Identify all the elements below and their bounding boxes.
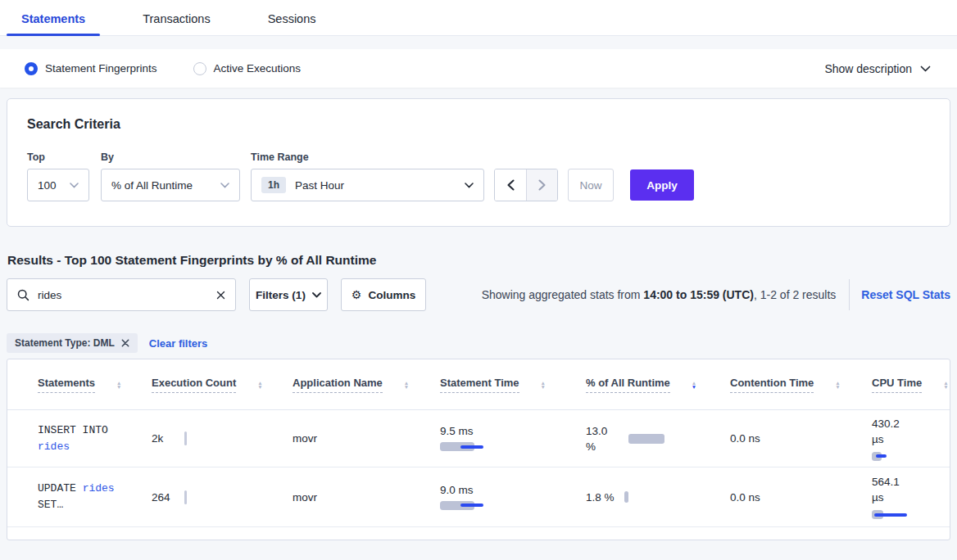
sort-icon[interactable]: ▲▼ [835,381,840,389]
clear-filters-link[interactable]: Clear filters [149,337,208,350]
cpu-time-cell: 564.1 µs [872,474,950,520]
column-header-label: Execution Count [152,377,236,393]
column-header-label: % of All Runtime [586,377,670,393]
top-select[interactable]: 100 [27,169,89,201]
column-header-label: CPU Time [872,377,922,393]
search-input[interactable] [38,289,216,301]
radio-selected-icon [25,62,38,75]
column-header--of-all-runtime[interactable]: % of All Runtime▲▼ [586,377,730,393]
filters-label: Filters (1) [256,289,306,301]
column-header-label: Statements [38,377,95,393]
by-label: By [101,151,251,163]
column-header-statements[interactable]: Statements▲▼ [38,377,152,393]
active-filters-row: Statement Type: DML Clear filters [7,333,950,353]
apply-button[interactable]: Apply [630,169,694,201]
next-time-range-button[interactable] [526,169,557,201]
time-range-label: Time Range [251,151,494,163]
sort-icon[interactable]: ▲▼ [943,381,948,389]
execution-count-cell: 2k [152,431,293,445]
execution-count-bar [184,431,187,445]
columns-button[interactable]: ⚙ Columns [341,278,426,311]
divider [849,279,850,310]
statement-link[interactable]: rides [38,440,70,453]
column-header-label: Application Name [293,377,383,393]
column-header-statement-time[interactable]: Statement Time▲▼ [440,377,586,393]
tab-sessions[interactable]: Sessions [253,12,331,35]
column-header-label: Contention Time [730,377,814,393]
chevron-down-icon [70,183,79,188]
statement-keyword: UPDATE [38,482,76,495]
column-header-label: Statement Time [440,377,519,393]
column-header-application-name[interactable]: Application Name▲▼ [293,377,440,393]
chevron-down-icon [312,292,321,298]
radio-label: Statement Fingerprints [45,62,157,75]
radio-label: Active Executions [214,62,302,75]
execution-count-cell: 264 [152,490,293,504]
radio-statement-fingerprints[interactable]: Statement Fingerprints [25,62,157,75]
reset-sql-stats-link[interactable]: Reset SQL Stats [861,288,950,301]
runtime-pct-cell: 1.8 % [586,490,730,505]
sort-icon[interactable]: ▲▼ [257,381,262,389]
top-label: Top [27,151,101,163]
view-toggle-row: Statement Fingerprints Active Executions… [0,49,957,88]
cpu-time-cell: 430.2 µs [872,416,950,462]
filter-chip-statement-type: Statement Type: DML [7,333,138,353]
statements-table: Statements▲▼Execution Count▲▼Application… [7,359,950,540]
clear-search-icon[interactable] [216,291,225,300]
search-icon [17,289,29,301]
contention-time-cell: 0.0 ns [730,432,872,445]
table-row[interactable]: INSERT INTO rides 2k movr 9.5 ms 13.0 % … [7,410,950,467]
statement-time-bar [440,501,497,511]
runtime-pct-bar [628,434,664,444]
aggregated-stats-status: Showing aggregated stats from 14:00 to 1… [482,288,837,301]
application-name-cell: movr [293,491,440,504]
statement-keyword: INSERT INTO [38,424,108,436]
search-criteria-card: Search Criteria Top 100 By % of All Runt… [7,98,950,227]
now-button[interactable]: Now [568,169,614,201]
top-tab-bar: Statements Transactions Sessions [0,0,957,36]
statement-time-cell: 9.5 ms [440,425,586,452]
chevron-down-icon [465,183,474,188]
time-range-value: Past Hour [295,179,344,192]
remove-filter-icon[interactable] [121,339,129,347]
application-name-cell: movr [293,432,440,445]
tab-statements[interactable]: Statements [7,12,100,35]
statement-link[interactable]: rides [83,482,115,495]
table-row[interactable]: UPDATE rides SET… 264 movr 9.0 ms 1.8 % … [7,467,950,527]
statement-fingerprint[interactable]: UPDATE rides SET… [38,481,129,513]
statement-fingerprint[interactable]: INSERT INTO rides [38,422,129,455]
top-select-value: 100 [38,179,57,192]
execution-count-bar [184,490,187,504]
statement-keyword: SET… [38,499,63,511]
time-range-badge: 1h [261,177,286,193]
results-heading: Results - Top 100 Statement Fingerprints… [7,253,950,268]
column-header-cpu-time[interactable]: CPU Time▲▼ [872,377,950,393]
filter-chip-label: Statement Type: DML [15,337,115,349]
radio-unselected-icon [193,62,206,75]
runtime-pct-bar [624,491,628,503]
radio-active-executions[interactable]: Active Executions [193,62,302,75]
by-select[interactable]: % of All Runtime [101,169,240,201]
time-range-select[interactable]: 1h Past Hour [251,169,484,201]
time-range-pager [494,169,558,201]
filters-button[interactable]: Filters (1) [249,278,328,311]
tab-transactions[interactable]: Transactions [128,12,225,35]
search-box[interactable] [7,278,236,311]
contention-time-cell: 0.0 ns [730,491,872,504]
sort-icon[interactable]: ▲▼ [692,381,696,389]
statement-time-cell: 9.0 ms [440,484,586,511]
sort-icon[interactable]: ▲▼ [541,381,546,389]
show-description-toggle[interactable]: Show description [824,62,931,75]
sort-icon[interactable]: ▲▼ [404,381,409,389]
column-header-execution-count[interactable]: Execution Count▲▼ [152,377,293,393]
results-toolbar: Filters (1) ⚙ Columns Showing aggregated… [7,278,950,311]
sort-icon[interactable]: ▲▼ [116,381,121,389]
chevron-down-icon [220,183,229,188]
search-criteria-title: Search Criteria [27,117,930,132]
columns-label: Columns [368,289,415,301]
gear-icon: ⚙ [352,288,362,301]
previous-time-range-button[interactable] [495,169,526,201]
column-header-contention-time[interactable]: Contention Time▲▼ [730,377,872,393]
cpu-time-bar [872,452,929,462]
statement-time-bar [440,442,497,452]
